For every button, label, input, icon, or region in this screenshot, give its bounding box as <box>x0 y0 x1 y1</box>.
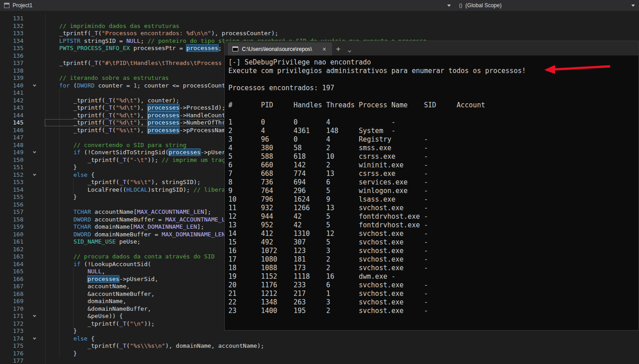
tab-dropdown-icon[interactable] <box>345 45 354 54</box>
fold-chevron-icon[interactable] <box>23 313 45 320</box>
line-number: 148 <box>0 142 23 149</box>
line-number: 169 <box>0 298 23 305</box>
line-number: 163 <box>0 253 23 261</box>
code-text: } <box>45 164 77 171</box>
code-line[interactable]: 176 } <box>0 350 639 358</box>
code-text: _tprintf(_T("%d\t"), counter); <box>45 97 179 105</box>
line-number: 150 <box>0 157 23 164</box>
project-icon <box>4 3 9 8</box>
line-number: 165 <box>0 268 23 276</box>
code-text: PWTS_PROCESS_INFO_EX processesPtr = proc… <box>45 45 222 52</box>
line-number: 157 <box>0 208 23 216</box>
line-number: 164 <box>0 261 23 268</box>
fold-margin <box>23 52 45 60</box>
code-text: // iterando sobre as estruturas <box>45 74 169 82</box>
fold-margin <box>23 112 45 120</box>
fold-margin <box>23 104 45 112</box>
fold-margin <box>23 298 45 305</box>
fold-margin <box>23 305 45 313</box>
line-number: 144 <box>0 112 23 120</box>
code-text: accountName, <box>45 283 130 290</box>
terminal-tab[interactable]: C:\Users\leona\source\repos\ × <box>228 42 332 55</box>
line-number: 137 <box>0 60 23 67</box>
new-tab-button[interactable]: + <box>332 45 345 54</box>
line-number: 140 <box>0 82 23 90</box>
line-number: 147 <box>0 134 23 142</box>
fold-margin <box>23 142 45 149</box>
line-number: 145 <box>0 119 23 127</box>
close-tab-icon[interactable]: × <box>321 46 327 53</box>
fold-margin <box>23 23 45 30</box>
fold-margin <box>23 74 45 82</box>
code-line[interactable]: 131 <box>0 15 639 23</box>
code-text: _tprintf(_T("%s\\%s\n"), domainName, acc… <box>45 342 264 350</box>
project-dropdown[interactable]: Project1 <box>0 0 455 11</box>
fold-margin <box>23 37 45 45</box>
terminal-icon <box>232 46 238 51</box>
fold-margin <box>23 179 45 186</box>
fold-margin <box>23 119 45 127</box>
code-text: processes->pUserSid, <box>45 276 158 283</box>
code-line[interactable]: 133 _tprintf(_T("Processos encontrados: … <box>0 30 639 37</box>
line-number: 134 <box>0 37 23 45</box>
line-number: 153 <box>0 179 23 186</box>
fold-margin <box>23 157 45 164</box>
fold-margin <box>23 276 45 283</box>
code-text: // convertendo o SID para string <box>45 142 186 149</box>
fold-margin <box>23 231 45 239</box>
fold-margin <box>23 194 45 201</box>
chevron-down-icon <box>447 5 451 7</box>
fold-margin <box>23 357 45 364</box>
code-text: // procura dados da conta através do SID <box>45 253 215 261</box>
terminal-tab-bar: C:\Users\leona\source\repos\ × + <box>225 41 639 55</box>
line-number: 141 <box>0 89 23 97</box>
code-text: &peUse)) { <box>45 313 123 320</box>
console-output[interactable]: [-] SeDebugPrivilege nao encontrado Exec… <box>225 55 639 315</box>
fold-margin <box>23 208 45 216</box>
code-text: // imprimindo dados das estruturas <box>45 23 179 30</box>
code-text: _tprintf(_T("-\t")); // imprime um traço <box>45 157 229 164</box>
code-text: &accountNameBuffer, <box>45 290 155 298</box>
fold-chevron-icon[interactable] <box>23 149 45 157</box>
fold-margin <box>23 253 45 261</box>
scope-dropdown[interactable]: {} (Global Scope) <box>455 0 639 11</box>
fold-chevron-icon[interactable] <box>23 82 45 90</box>
line-number: 135 <box>0 45 23 52</box>
code-text: } <box>45 327 77 335</box>
code-line[interactable]: 177 <box>0 357 639 364</box>
line-number: 172 <box>0 320 23 328</box>
fold-chevron-icon[interactable] <box>23 171 45 179</box>
line-number: 167 <box>0 283 23 290</box>
line-number: 160 <box>0 231 23 239</box>
line-number: 176 <box>0 350 23 358</box>
fold-margin <box>23 67 45 75</box>
fold-margin <box>23 97 45 105</box>
code-text: } <box>45 350 77 358</box>
line-number: 174 <box>0 335 23 343</box>
line-number: 159 <box>0 223 23 231</box>
code-text: _tprintf(_T("%d\t"), processes->HandleCo… <box>45 112 232 120</box>
fold-margin <box>23 60 45 67</box>
line-number: 154 <box>0 186 23 194</box>
line-number: 166 <box>0 276 23 283</box>
code-text: &domainNameBuffer, <box>45 305 151 313</box>
code-text: else { <box>45 335 95 343</box>
line-number: 152 <box>0 171 23 179</box>
fold-margin <box>23 268 45 276</box>
fold-margin <box>23 134 45 142</box>
line-number: 139 <box>0 74 23 82</box>
line-number: 136 <box>0 52 23 60</box>
code-line[interactable]: 132 // imprimindo dados das estruturas <box>0 23 639 30</box>
code-line[interactable]: 175 _tprintf(_T("%s\\%s\n"), domainName,… <box>0 342 639 350</box>
code-text: NULL, <box>45 268 105 276</box>
fold-margin <box>23 238 45 246</box>
scope-name: (Global Scope) <box>465 2 501 9</box>
fold-margin <box>23 15 45 23</box>
editor-navigation-bar: Project1 {} (Global Scope) <box>0 0 639 11</box>
fold-chevron-icon[interactable] <box>23 335 45 343</box>
code-line[interactable]: 174 else { <box>0 335 639 343</box>
code-text: _tprintf(_T("%s\t"), stringSID); <box>45 179 200 186</box>
fold-margin <box>23 201 45 209</box>
fold-margin <box>23 45 45 52</box>
code-text: TCHAR domainName[MAX_DOMAINNAME_LEN]; <box>45 223 204 231</box>
